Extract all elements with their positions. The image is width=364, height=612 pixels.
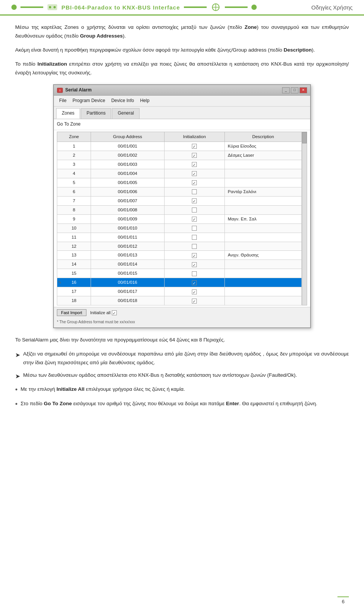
col-header-zone: Zone [57,132,91,142]
zone-number: 5 [57,178,91,187]
svg-point-2 [53,6,56,8]
group-address: 00/01/011 [91,233,164,242]
zones-table: Zone Group Address Initialization Descri… [57,132,302,305]
initialize-all-checkbox[interactable] [112,310,117,315]
table-row[interactable]: 1400/01/014 [57,260,302,269]
bullet-symbol-2: • [15,399,17,410]
header-dot-left [11,5,17,10]
description-cell [224,242,301,251]
bullet-item-1: • Με την επιλογή Initialize All επιλέγου… [15,385,349,396]
table-container: Zone Group Address Initialization Descri… [54,130,310,307]
group-address: 00/01/006 [91,187,164,196]
table-row[interactable]: 300/01/003 [57,160,302,169]
init-checkbox-cell[interactable] [164,269,224,278]
menu-file[interactable]: File [56,96,69,105]
init-checkbox-cell[interactable] [164,151,224,160]
col-header-desc: Description [224,132,301,142]
group-address: 00/01/004 [91,169,164,178]
description-cell [224,223,301,233]
init-checkbox-cell[interactable] [164,223,224,233]
table-row[interactable]: 600/01/006Ραντάρ Σαλόνι [57,187,302,196]
arrow-symbol-2: ➤ [15,371,20,381]
initialize-all-wrap: Initialize all [90,309,117,316]
menu-program-device[interactable]: Program Device [69,96,108,105]
description-cell [224,196,301,205]
zone-number: 7 [57,196,91,205]
description-cell [224,233,301,242]
bullet-text-2: Στο πεδίο Go To Zone εισάγουμε τον αριθμ… [20,400,317,408]
window-controls[interactable]: _ □ ✕ [282,87,307,93]
table-row[interactable]: 900/01/009Μαγν. Επ. Σαλ [57,214,302,223]
maximize-button[interactable]: □ [291,87,298,93]
page-number: 6 [337,596,349,604]
arrow-item-2: ➤ Μέσω των διευθύνσεων ομάδος αποστέλλετ… [15,371,349,381]
init-checkbox-cell[interactable] [164,178,224,187]
init-all-label: Initialize all [90,309,111,316]
init-checkbox-cell[interactable] [164,278,224,287]
zone-number: 2 [57,151,91,160]
zone-number: 10 [57,223,91,233]
scrollbar-thumb[interactable] [302,132,307,143]
page-header: PBI-064-Paradox to KNX-BUS Interface Οδη… [0,0,364,16]
tab-general[interactable]: General [112,108,140,119]
zone-number: 11 [57,233,91,242]
init-checkbox-cell[interactable] [164,169,224,178]
window-titlebar: ! Serial Alarm _ □ ✕ [54,85,310,96]
init-checkbox-cell[interactable] [164,296,224,305]
table-row[interactable]: 1800/01/018 [57,296,302,305]
description-cell [224,178,301,187]
tabs-container: Zones Partitions General [54,107,310,119]
init-checkbox-cell[interactable] [164,242,224,251]
init-checkbox-cell[interactable] [164,251,224,260]
table-row[interactable]: 1300/01/013Ανιχν. Θράυσης [57,251,302,260]
table-row[interactable]: 200/01/002Δέσμες Laser [57,151,302,160]
table-row[interactable]: 700/01/007 [57,196,302,205]
table-row[interactable]: 1000/01/010 [57,223,302,233]
zone-number: 1 [57,142,91,151]
menu-help[interactable]: Help [137,96,152,105]
header-line-left [20,6,43,8]
table-row[interactable]: 1700/01/017 [57,287,302,296]
table-row[interactable]: 100/01/001Κύρια Είσοδος [57,142,302,151]
description-cell: Ανιχν. Θράυσης [224,251,301,260]
fast-import-button[interactable]: Fast Import [57,309,86,316]
init-checkbox-cell[interactable] [164,287,224,296]
group-address: 00/01/013 [91,251,164,260]
init-checkbox-cell[interactable] [164,142,224,151]
table-row[interactable]: 400/01/004 [57,169,302,178]
description-cell [224,160,301,169]
tab-partitions[interactable]: Partitions [81,108,111,119]
init-checkbox-cell[interactable] [164,196,224,205]
description-cell: Ραντάρ Σαλόνι [224,187,301,196]
table-scrollbar[interactable] [302,132,307,305]
arrow-text-2: Μέσω των διευθύνσεων ομάδος αποστέλλεται… [23,371,297,380]
close-button[interactable]: ✕ [300,87,307,93]
table-row[interactable]: 500/01/005 [57,178,302,187]
header-left: PBI-064-Paradox to KNX-BUS Interface [11,3,257,11]
group-address: 00/01/014 [91,260,164,269]
table-row[interactable]: 800/01/008 [57,205,302,214]
init-checkbox-cell[interactable] [164,205,224,214]
zone-with-pencil: ✎16 [57,278,91,287]
description-cell [224,205,301,214]
arrow-symbol-1: ➤ [15,350,20,360]
table-row[interactable]: 1200/01/012 [57,242,302,251]
table-row[interactable]: 1100/01/011 [57,233,302,242]
tab-zones[interactable]: Zones [56,108,80,119]
zone-number: 13 [57,251,91,260]
init-checkbox-cell[interactable] [164,260,224,269]
table-row[interactable]: 1500/01/015 [57,269,302,278]
zone-number: 17 [57,287,91,296]
group-address: 00/01/012 [91,242,164,251]
init-checkbox-cell[interactable] [164,187,224,196]
table-row[interactable]: ✎1600/01/016 [57,278,302,287]
menu-device-info[interactable]: Device Info [108,96,137,105]
group-address: 00/01/016 [91,278,164,287]
init-checkbox-cell[interactable] [164,160,224,169]
group-address: 00/01/017 [91,287,164,296]
minimize-button[interactable]: _ [282,87,290,93]
description-cell: Μαγν. Επ. Σαλ [224,214,301,223]
init-checkbox-cell[interactable] [164,233,224,242]
group-address: 00/01/015 [91,269,164,278]
init-checkbox-cell[interactable] [164,214,224,223]
